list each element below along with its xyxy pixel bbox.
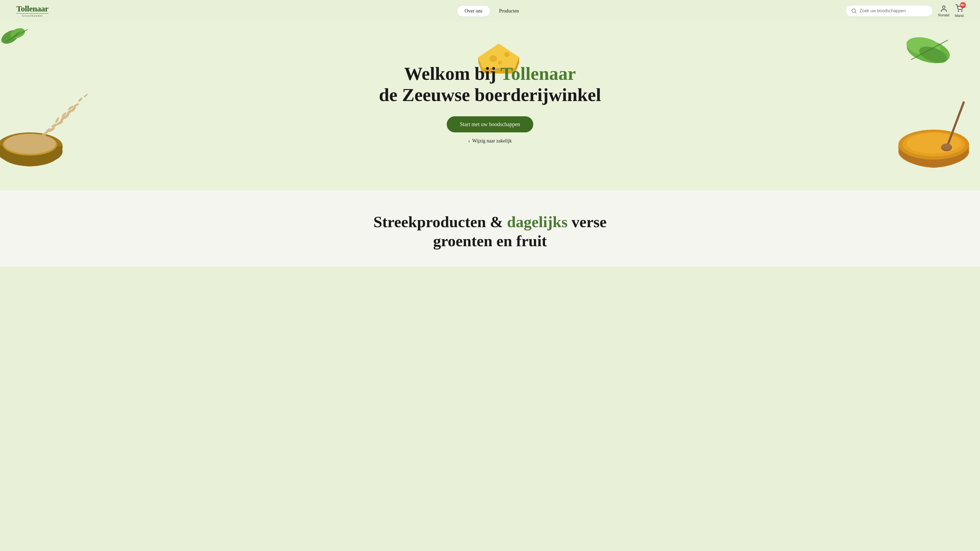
svg-point-18 xyxy=(490,55,497,62)
header: Tollenaar Groothandel Over ons Producten… xyxy=(0,0,980,22)
section-title: Streekproducten & dagelijks verse groent… xyxy=(16,212,964,250)
svg-point-46 xyxy=(942,143,951,150)
zakelijk-label: Wijzig naar zakelijk xyxy=(472,138,512,144)
cart-icon-wrapper: 99+ xyxy=(956,4,963,13)
search-bar[interactable] xyxy=(846,5,932,17)
svg-point-33 xyxy=(78,97,83,102)
user-label: Ronald xyxy=(938,13,949,17)
hero-section: Welkom bij Tollenaar de Zeeuwse boerderi… xyxy=(0,22,980,191)
user-icon xyxy=(940,5,948,13)
oat-bowl-icon xyxy=(0,72,98,169)
cart-label: Mand xyxy=(955,14,964,18)
svg-line-1 xyxy=(855,12,856,13)
cart-button[interactable]: 99+ Mand xyxy=(955,4,964,18)
start-shopping-button[interactable]: Start met uw boodschappen xyxy=(447,116,533,132)
hero-title-part2: de Zeeuwse boerderijwinkel xyxy=(379,84,601,105)
leaf-right-icon xyxy=(904,33,953,70)
svg-point-36 xyxy=(83,94,88,98)
hero-title: Welkom bij Tollenaar de Zeeuwse boerderi… xyxy=(379,63,601,105)
streekproducten-section: Streekproducten & dagelijks verse groent… xyxy=(0,191,980,267)
chevron-right-icon: › xyxy=(468,138,470,144)
honey-bowl-icon xyxy=(893,97,980,174)
svg-point-43 xyxy=(907,133,961,154)
logo-main-text: Tollenaar xyxy=(16,5,48,13)
search-icon xyxy=(851,8,857,14)
section-title-highlight: dagelijks xyxy=(507,213,568,231)
user-account[interactable]: Ronald xyxy=(938,5,949,17)
section-title-line2: groenten en fruit xyxy=(433,232,547,250)
cart-badge: 99+ xyxy=(960,2,966,8)
nav-producten-link[interactable]: Producten xyxy=(495,5,523,17)
section-title-part2: verse xyxy=(568,213,606,231)
svg-point-3 xyxy=(958,11,958,11)
svg-point-2 xyxy=(942,6,945,8)
header-right: Ronald 99+ Mand xyxy=(846,4,964,18)
hero-content: Welkom bij Tollenaar de Zeeuwse boerderi… xyxy=(379,63,601,144)
hero-title-brand: Tollenaar xyxy=(500,63,576,84)
logo[interactable]: Tollenaar Groothandel xyxy=(16,5,48,17)
svg-point-39 xyxy=(4,134,56,154)
zakelijk-link[interactable]: › Wijzig naar zakelijk xyxy=(379,138,601,144)
logo-sub-text: Groothandel xyxy=(16,13,48,17)
main-nav: Over ons Producten xyxy=(457,5,523,17)
search-input[interactable] xyxy=(859,8,927,13)
svg-point-19 xyxy=(504,52,510,57)
nav-over-ons-button[interactable]: Over ons xyxy=(457,5,490,17)
section-title-part1: Streekproducten & xyxy=(374,213,507,231)
svg-point-32 xyxy=(73,103,79,108)
hero-title-part1: Welkom bij xyxy=(404,63,500,84)
svg-point-4 xyxy=(961,11,962,11)
leaf-left-icon xyxy=(0,22,35,53)
